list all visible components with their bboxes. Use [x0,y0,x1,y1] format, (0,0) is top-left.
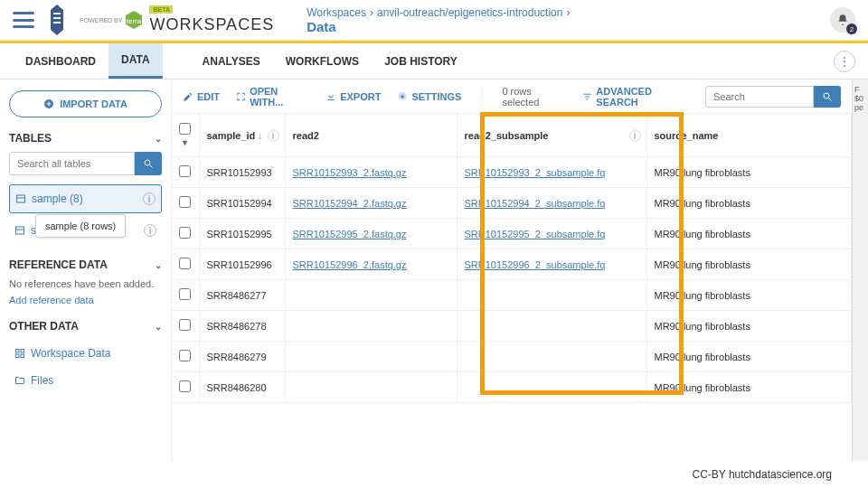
table-row: SRR10152993 SRR10152993_2.fastq.gz SRR10… [172,157,852,188]
tab-analyses[interactable]: ANALYSES [190,43,273,79]
table-row: SRR10152995 SRR10152995_2.fastq.gz SRR10… [172,219,852,249]
table-item-sample[interactable]: sample (8) i sample (8 rows) [9,184,162,213]
tables-header[interactable]: TABLES⌄ [9,132,162,145]
row-checkbox[interactable] [179,288,191,300]
svg-point-5 [145,160,150,165]
advanced-search-button[interactable]: ADVANCED SEARCH [582,86,689,108]
tab-job-history[interactable]: JOB HISTORY [372,43,470,79]
top-bar: POWERED BY terra BETA WORKSPACES Workspa… [0,0,868,41]
cell-source-name: MR90 lung fibroblasts [646,372,852,403]
table-search-button[interactable] [814,86,841,108]
cell-read2-subsample [457,280,646,311]
svg-rect-12 [21,350,24,353]
cell-read2-subsample: SRR10152993_2_subsample.fq [457,157,646,188]
info-icon[interactable]: i [143,192,156,205]
settings-button[interactable]: SETTINGS [397,91,461,102]
select-all-checkbox[interactable] [179,123,191,135]
svg-line-6 [150,165,153,168]
col-read2[interactable]: read2 [285,114,457,157]
table-search-input[interactable] [705,86,814,108]
col-source-name[interactable]: source_name [646,114,852,157]
reference-empty-text: No references have been added. [9,278,162,289]
info-icon[interactable]: i [629,129,641,141]
read2-link[interactable]: SRR10152995_2.fastq.gz [293,229,407,239]
other-data-header[interactable]: OTHER DATA⌄ [9,320,162,333]
cell-source-name: MR90 lung fibroblasts [646,280,852,311]
export-button[interactable]: EXPORT [326,91,381,102]
tab-dashboard[interactable]: DASHBOARD [13,43,108,79]
svg-rect-9 [16,227,24,234]
cell-read2-subsample: SRR10152996_2_subsample.fq [457,249,646,280]
table-icon [14,225,25,236]
subsample-link[interactable]: SRR10152996_2_subsample.fq [465,259,606,270]
cell-source-name: MR90 lung fibroblasts [646,157,852,188]
terra-logo [45,5,69,35]
chevron-down-icon[interactable]: ▾ [183,137,187,147]
subsample-link[interactable]: SRR10152995_2_subsample.fq [465,229,606,239]
notifications-button[interactable]: 2 [830,7,855,33]
pencil-icon [183,91,193,102]
row-checkbox[interactable] [179,165,191,177]
subsample-link[interactable]: SRR10152994_2_subsample.fq [465,198,606,209]
sort-icon[interactable]: ↓ [258,131,262,141]
row-checkbox[interactable] [179,258,191,269]
tab-workflows[interactable]: WORKFLOWS [273,43,372,79]
reference-data-header[interactable]: REFERENCE DATA⌄ [9,258,162,271]
kebab-menu[interactable]: ⋮ [834,51,855,72]
info-icon[interactable]: i [268,129,279,141]
info-icon[interactable]: i [144,224,156,237]
data-content: EDIT OPEN WITH... EXPORT SETTINGS 0 rows… [172,80,852,461]
read2-link[interactable]: SRR10152994_2.fastq.gz [293,198,407,209]
svg-rect-2 [53,22,61,23]
tab-data[interactable]: DATA [108,43,163,79]
table-row: SRR8486277 MR90 lung fibroblasts [172,280,852,311]
col-sample-id[interactable]: sample_id↓i [199,114,285,157]
add-reference-link[interactable]: Add reference data [9,295,162,305]
cell-read2-subsample [457,372,646,403]
row-checkbox[interactable] [179,380,191,392]
row-checkbox[interactable] [179,319,191,331]
cell-sample-id: SRR8486280 [199,372,285,403]
hex-logo: terra [126,11,142,29]
cell-read2: SRR10152994_2.fastq.gz [285,188,457,219]
breadcrumb-root[interactable]: Workspaces [307,6,366,19]
beta-badge: BETA [149,5,173,14]
cell-sample-id: SRR10152995 [199,219,285,249]
tables-search-input[interactable] [9,152,135,175]
table-row: SRR8486280 MR90 lung fibroblasts [172,372,852,403]
svg-text:terra: terra [127,17,142,25]
read2-link[interactable]: SRR10152993_2.fastq.gz [293,167,407,178]
cell-read2-subsample: SRR10152995_2_subsample.fq [457,219,646,249]
left-sidebar: IMPORT DATA TABLES⌄ sample (8) i sample … [0,80,172,461]
cell-source-name: MR90 lung fibroblasts [646,249,852,280]
svg-point-16 [824,93,829,99]
row-checkbox[interactable] [179,227,191,239]
svg-rect-1 [53,17,61,19]
cell-source-name: MR90 lung fibroblasts [646,342,852,372]
chevron-down-icon: ⌄ [155,260,162,270]
row-checkbox[interactable] [179,196,191,208]
open-with-button[interactable]: OPEN WITH... [236,86,309,108]
breadcrumb: Workspaces›anvil-outreach/epigenetics-in… [307,6,573,34]
table-toolbar: EDIT OPEN WITH... EXPORT SETTINGS 0 rows… [172,80,852,114]
col-read2-subsample[interactable]: read2_subsamplei [457,114,646,157]
workspace-data-item[interactable]: Workspace Data [9,340,162,367]
subsample-link[interactable]: SRR10152993_2_subsample.fq [465,167,606,178]
hamburger-menu[interactable] [13,12,34,28]
svg-rect-13 [16,354,20,358]
edit-button[interactable]: EDIT [183,91,220,102]
read2-link[interactable]: SRR10152996_2.fastq.gz [293,259,407,270]
breadcrumb-current: Data [307,19,573,34]
cell-read2 [285,342,457,372]
import-data-button[interactable]: IMPORT DATA [9,90,162,117]
files-item[interactable]: Files [9,367,162,394]
breadcrumb-path[interactable]: anvil-outreach/epigenetics-introduction [377,6,562,19]
svg-line-17 [829,98,832,100]
cell-source-name: MR90 lung fibroblasts [646,219,852,249]
right-panel[interactable]: F$0pe [852,80,868,461]
cell-sample-id: SRR8486278 [199,311,285,342]
row-checkbox[interactable] [179,350,191,361]
tables-search-button[interactable] [135,152,162,175]
svg-rect-0 [53,13,61,14]
expand-icon [236,91,246,102]
